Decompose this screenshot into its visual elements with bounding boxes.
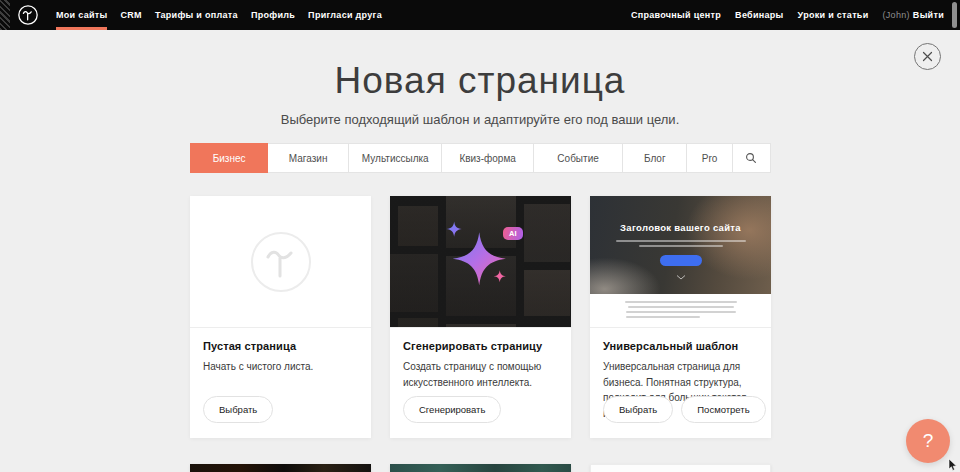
nav-item-my-sites[interactable]: Мои сайты <box>56 0 107 30</box>
help-button[interactable]: ? <box>906 419 950 463</box>
scrollbar-thumb[interactable] <box>952 2 957 28</box>
topbar-nav-right: Справочный центр Вебинары Уроки и статьи… <box>617 0 944 30</box>
nav-item-help-center[interactable]: Справочный центр <box>631 0 721 30</box>
tab-multilink[interactable]: Мультиссылка <box>348 143 442 173</box>
nav-item-webinars[interactable]: Вебинары <box>735 0 784 30</box>
tab-shop[interactable]: Магазин <box>267 143 349 173</box>
template-hero-heading: Заголовок вашего сайта <box>620 222 741 233</box>
ai-badge: AI <box>503 227 523 240</box>
placeholder-text-line <box>628 306 734 308</box>
select-button[interactable]: Выбрать <box>203 396 273 423</box>
close-button[interactable] <box>914 43 941 70</box>
tab-event[interactable]: Событие <box>533 143 624 173</box>
template-card-partial[interactable] <box>390 464 571 472</box>
card-blank-page[interactable]: Пустая страница Начать с чистого листа. … <box>190 196 371 438</box>
placeholder-text-line <box>616 240 746 242</box>
blank-page-preview <box>190 196 371 328</box>
logout-link[interactable]: Выйти <box>913 10 944 20</box>
topbar-nav: Мои сайты CRM Тарифы и оплата Профиль Пр… <box>56 0 395 30</box>
template-category-tabs: Бизнес Магазин Мультиссылка Квиз-форма С… <box>190 143 771 173</box>
card-actions: Выбрать Посмотреть <box>603 396 766 423</box>
nav-item-invite-friend[interactable]: Пригласи друга <box>308 0 382 30</box>
card-universal-template[interactable]: Заголовок вашего сайта Универсальный шаб… <box>590 196 771 438</box>
page-subtitle: Выберите подходящий шаблон и адаптируйте… <box>0 112 960 127</box>
close-icon <box>922 51 933 62</box>
tab-quiz-form[interactable]: Квиз-форма <box>441 143 533 173</box>
template-hero-preview: Заголовок вашего сайта <box>590 196 771 294</box>
universal-template-preview: Заголовок вашего сайта <box>590 196 771 328</box>
page-title: Новая страница <box>0 60 960 102</box>
placeholder-text-line <box>639 245 723 247</box>
tilda-watermark-icon <box>249 230 313 294</box>
topbar-edge-texture <box>0 0 10 30</box>
tab-blog[interactable]: Блог <box>622 143 687 173</box>
card-body: Сгенерировать страницу Создать страницу … <box>390 328 571 437</box>
card-description: Начать с чистого листа. <box>203 359 358 375</box>
placeholder-text-line <box>625 301 737 303</box>
card-actions: Сгенерировать <box>403 396 501 423</box>
card-description: Создать страницу с помощью искусственног… <box>403 359 558 390</box>
search-icon <box>745 152 757 164</box>
template-cards-row: Пустая страница Начать с чистого листа. … <box>190 196 771 438</box>
ai-generate-preview: AI <box>390 196 571 328</box>
template-card-partial[interactable] <box>190 464 371 472</box>
nav-item-crm[interactable]: CRM <box>120 0 141 30</box>
tilda-logo-icon[interactable] <box>17 4 39 26</box>
card-ai-generate[interactable]: AI Сгенерировать страницу Создать страни… <box>390 196 571 438</box>
user-name: (John) <box>883 10 910 20</box>
chevron-down-icon <box>676 275 686 280</box>
placeholder-text-line <box>626 316 700 318</box>
topbar: Мои сайты CRM Тарифы и оплата Профиль Пр… <box>0 0 960 30</box>
tab-pro[interactable]: Pro <box>686 143 733 173</box>
placeholder-text-line <box>626 311 736 313</box>
mouse-cursor-icon <box>948 459 957 472</box>
template-cards-row-2 <box>190 464 771 472</box>
nav-item-profile[interactable]: Профиль <box>251 0 295 30</box>
card-title: Универсальный шаблон <box>603 340 758 352</box>
template-card-partial[interactable] <box>590 464 771 472</box>
card-actions: Выбрать <box>203 396 273 423</box>
card-title: Пустая страница <box>203 340 358 352</box>
select-button[interactable]: Выбрать <box>603 396 673 423</box>
template-hero-button <box>660 255 702 266</box>
card-title: Сгенерировать страницу <box>403 340 558 352</box>
nav-item-tariffs[interactable]: Тарифы и оплата <box>155 0 238 30</box>
search-tab-button[interactable] <box>732 143 771 173</box>
card-body: Универсальный шаблон Универсальная стран… <box>590 328 771 437</box>
template-text-block-preview <box>590 294 771 327</box>
view-button[interactable]: Посмотреть <box>681 396 765 423</box>
generate-button[interactable]: Сгенерировать <box>403 396 501 423</box>
card-body: Пустая страница Начать с чистого листа. … <box>190 328 371 437</box>
nav-item-lessons[interactable]: Уроки и статьи <box>798 0 869 30</box>
tab-business[interactable]: Бизнес <box>190 143 268 173</box>
user-logout[interactable]: (John)Выйти <box>883 0 944 30</box>
